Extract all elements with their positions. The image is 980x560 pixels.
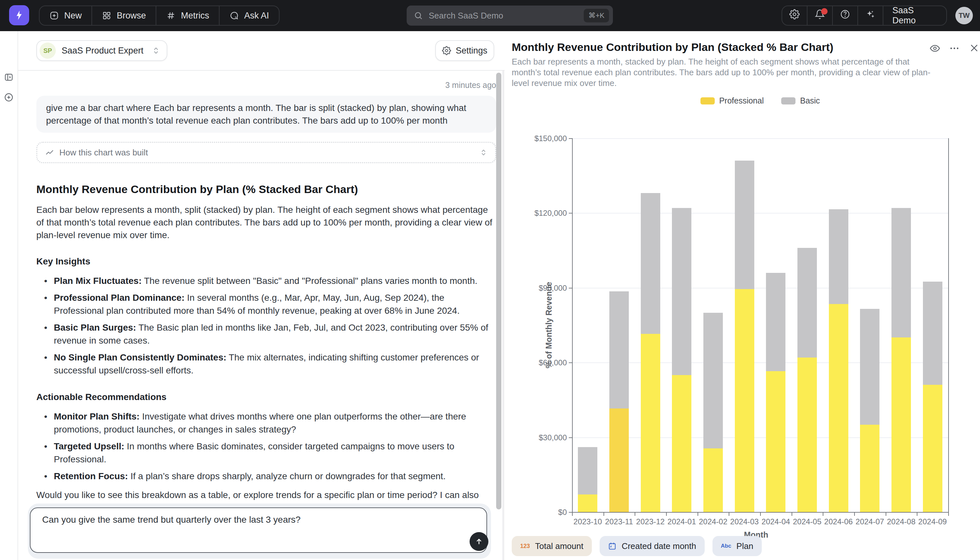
bar-2024-07-professional — [860, 425, 879, 512]
gear-icon — [442, 46, 451, 55]
x-axis-tick — [885, 513, 886, 516]
user-message-bubble: give me a bar chart where Each bar repre… — [37, 96, 496, 133]
y-axis-line — [572, 138, 573, 512]
chat-sparkle-icon — [229, 11, 239, 20]
x-axis-tick-label: 2024-09 — [910, 517, 955, 526]
legend-item[interactable]: Professional — [701, 96, 764, 105]
bar-2024-06-basic — [829, 209, 848, 304]
agent-selector[interactable]: SP SaaS Product Expert — [37, 40, 167, 61]
org-switcher[interactable]: SaaS Demo — [884, 6, 946, 25]
bar-2024-04-basic — [766, 273, 786, 371]
notifications-button[interactable] — [807, 6, 833, 25]
nav-metrics-label: Metrics — [181, 11, 209, 21]
bar-2023-12-basic — [641, 193, 660, 334]
chat-settings-button[interactable]: Settings — [435, 40, 494, 61]
y-axis-tick-label: $30,000 — [522, 433, 567, 442]
left-rail — [0, 31, 18, 560]
bar-2024-07-basic — [860, 309, 879, 425]
search-placeholder: Search SaaS Demo — [429, 11, 584, 21]
bar-2024-02-basic — [703, 313, 723, 449]
ai-sparkles-button[interactable] — [858, 6, 884, 25]
y-axis-title: % of Monthly Revenue — [544, 282, 553, 368]
top-navbar: New Browse Metrics Ask AI Search SaaS De… — [0, 0, 980, 31]
y-axis-tick — [569, 288, 572, 288]
nav-metrics-button[interactable]: Metrics — [156, 6, 219, 25]
app-logo[interactable] — [9, 5, 29, 25]
x-axis-tick — [792, 513, 792, 516]
x-axis-tick — [917, 513, 917, 516]
bar-2023-10-professional — [578, 495, 597, 512]
legend-item[interactable]: Basic — [781, 96, 820, 105]
y-axis-tick — [569, 437, 572, 438]
how-chart-built-toggle[interactable]: How this chart was built — [37, 142, 496, 163]
scrollbar-thumb[interactable] — [496, 73, 502, 509]
org-name: SaaS Demo — [892, 5, 937, 26]
insights-list: Plan Mix Fluctuates: The revenue split b… — [37, 275, 496, 377]
recs-list: Monitor Plan Shifts: Investigate what dr… — [37, 410, 496, 483]
settings-label: Settings — [456, 46, 487, 56]
nav-new-label: New — [64, 11, 82, 21]
nav-askai-label: Ask AI — [244, 11, 269, 21]
nav-askai-button[interactable]: Ask AI — [219, 6, 279, 25]
x-axis-tick — [729, 513, 729, 516]
bar-2024-04-professional — [766, 371, 786, 512]
md-heading: Monthly Revenue Contribution by Plan (% … — [37, 181, 496, 198]
bar-2024-01-professional — [672, 375, 691, 512]
bar-2024-05-basic — [797, 248, 817, 358]
navbar-icon-group: SaaS Demo — [782, 5, 947, 26]
eye-icon — [929, 43, 940, 54]
legend-label: Basic — [800, 96, 820, 105]
legend-swatch — [701, 97, 715, 105]
expand-chevrons-icon — [480, 148, 487, 157]
settings-nav-button[interactable] — [782, 6, 807, 25]
message-timestamp: 3 minutes ago — [37, 80, 496, 90]
search-icon — [414, 11, 423, 20]
legend-label: Professional — [719, 96, 764, 105]
y-axis-tick-label: $150,000 — [522, 134, 567, 143]
x-axis-tick — [635, 513, 635, 516]
abc-icon: Abc — [721, 543, 731, 549]
agent-name: SaaS Product Expert — [61, 46, 143, 56]
bar-2023-10-basic — [578, 447, 597, 495]
scrollbar-track — [502, 71, 504, 560]
chat-input[interactable]: Can you give the same trend but quarterl… — [30, 507, 487, 553]
x-axis-tick — [854, 513, 855, 516]
nav-new-button[interactable]: New — [40, 6, 92, 25]
y-axis-tick-label: $120,000 — [522, 208, 567, 218]
close-icon — [969, 43, 979, 53]
chart-panel-title: Monthly Revenue Contribution by Plan (St… — [512, 41, 834, 53]
x-axis-tick — [698, 513, 698, 516]
visibility-button[interactable] — [929, 43, 940, 54]
field-tag[interactable]: AbcPlan — [713, 536, 762, 556]
send-button[interactable] — [470, 532, 488, 551]
nav-browse-button[interactable]: Browse — [92, 6, 156, 25]
close-panel-button[interactable] — [969, 43, 979, 53]
field-tag[interactable]: Created date month — [600, 536, 705, 556]
md-insights-heading: Key Insights — [37, 255, 496, 268]
number-icon: 123 — [520, 543, 530, 550]
chart-legend: ProfessionalBasic — [572, 96, 948, 105]
plus-square-icon — [49, 11, 59, 20]
bar-2023-12-professional — [641, 334, 660, 512]
avatar-initials: TW — [958, 12, 970, 20]
user-avatar[interactable]: TW — [955, 7, 973, 24]
global-search-input[interactable]: Search SaaS Demo ⌘+K — [407, 5, 613, 26]
arrow-up-icon — [474, 537, 483, 546]
collapse-sidebar-icon[interactable] — [4, 72, 13, 82]
list-item: Professional Plan Dominance: In several … — [37, 292, 496, 317]
field-tag[interactable]: 123Total amount — [512, 536, 592, 556]
y-axis-tick — [569, 213, 572, 213]
x-axis-tick — [823, 513, 823, 516]
bar-2024-06-professional — [829, 304, 848, 512]
chart-line-icon — [45, 148, 54, 157]
grid-icon — [102, 11, 111, 20]
y-axis-tick-label: $0 — [522, 508, 567, 517]
new-thread-icon[interactable] — [3, 92, 14, 103]
help-button[interactable] — [833, 6, 858, 25]
x-axis-tick — [760, 513, 761, 516]
md-recs-heading: Actionable Recommendations — [37, 391, 496, 403]
more-options-button[interactable] — [949, 43, 960, 54]
list-item: No Single Plan Consistently Dominates: T… — [37, 351, 496, 377]
search-shortcut-badge: ⌘+K — [584, 9, 609, 22]
bar-2024-08-professional — [892, 337, 911, 512]
